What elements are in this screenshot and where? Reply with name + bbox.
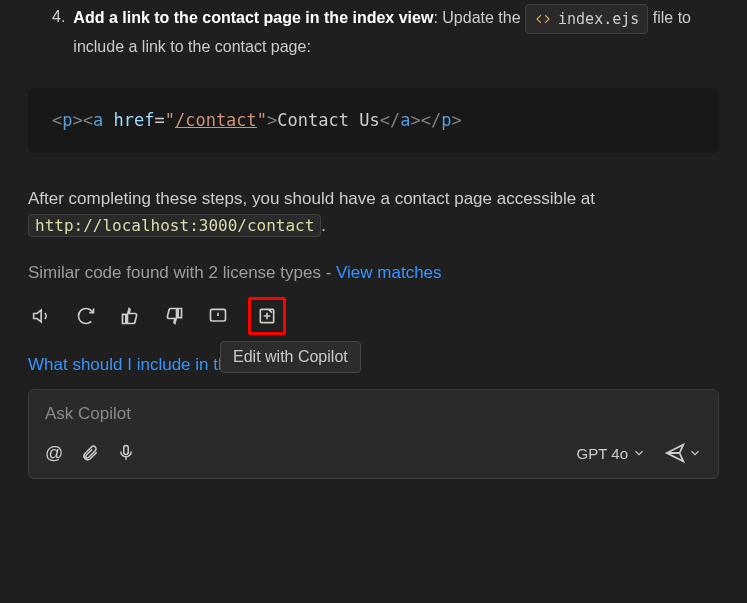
voice-button[interactable] bbox=[117, 444, 135, 462]
code-block[interactable]: <p><a href="/contact">Contact Us</a></p> bbox=[28, 88, 719, 154]
chevron-down-icon bbox=[688, 446, 702, 460]
model-name: GPT 4o bbox=[577, 445, 628, 462]
thumbs-up-icon bbox=[120, 306, 140, 326]
model-selector[interactable]: GPT 4o bbox=[577, 445, 646, 462]
send-button-group bbox=[664, 442, 702, 464]
svg-rect-2 bbox=[124, 446, 129, 455]
code-icon bbox=[534, 10, 552, 28]
send-button[interactable] bbox=[664, 442, 686, 464]
speaker-icon bbox=[32, 306, 52, 326]
thumbs-down-icon bbox=[164, 306, 184, 326]
paperclip-icon bbox=[81, 444, 99, 462]
attach-button[interactable] bbox=[81, 444, 99, 462]
read-aloud-button[interactable] bbox=[28, 302, 56, 330]
send-icon bbox=[664, 442, 686, 464]
mention-button[interactable]: @ bbox=[45, 443, 63, 464]
step-number: 4. bbox=[52, 4, 65, 60]
file-name: index.ejs bbox=[558, 7, 639, 31]
step-item: 4. Add a link to the contact page in the… bbox=[28, 4, 719, 60]
chat-placeholder: Ask Copilot bbox=[45, 404, 702, 424]
retry-button[interactable] bbox=[72, 302, 100, 330]
thumbs-down-button[interactable] bbox=[160, 302, 188, 330]
send-options-button[interactable] bbox=[688, 446, 702, 460]
report-button[interactable] bbox=[204, 302, 232, 330]
tooltip: Edit with Copilot bbox=[220, 341, 361, 373]
license-meta: Similar code found with 2 license types … bbox=[28, 263, 719, 283]
highlighted-action bbox=[248, 297, 286, 335]
step-text: Add a link to the contact page in the in… bbox=[73, 4, 719, 60]
action-row: Edit with Copilot bbox=[28, 297, 719, 335]
edit-with-copilot-button[interactable] bbox=[253, 302, 281, 330]
completion-paragraph: After completing these steps, you should… bbox=[28, 185, 719, 239]
input-toolbar: @ GPT 4o bbox=[45, 442, 702, 464]
thumbs-up-button[interactable] bbox=[116, 302, 144, 330]
view-matches-link[interactable]: View matches bbox=[336, 263, 442, 282]
retry-icon bbox=[76, 306, 96, 326]
comment-alert-icon bbox=[208, 306, 228, 326]
file-badge[interactable]: index.ejs bbox=[525, 4, 648, 34]
insert-edit-icon bbox=[257, 306, 277, 326]
step-title-bold: Add a link to the contact page in the in… bbox=[73, 9, 433, 26]
microphone-icon bbox=[117, 444, 135, 462]
suggestion-link[interactable]: What should I include in the form? bbox=[28, 355, 719, 375]
chat-input-box[interactable]: Ask Copilot @ GPT 4o bbox=[28, 389, 719, 479]
inline-url: http://localhost:3000/contact bbox=[28, 214, 321, 237]
chevron-down-icon bbox=[632, 446, 646, 460]
